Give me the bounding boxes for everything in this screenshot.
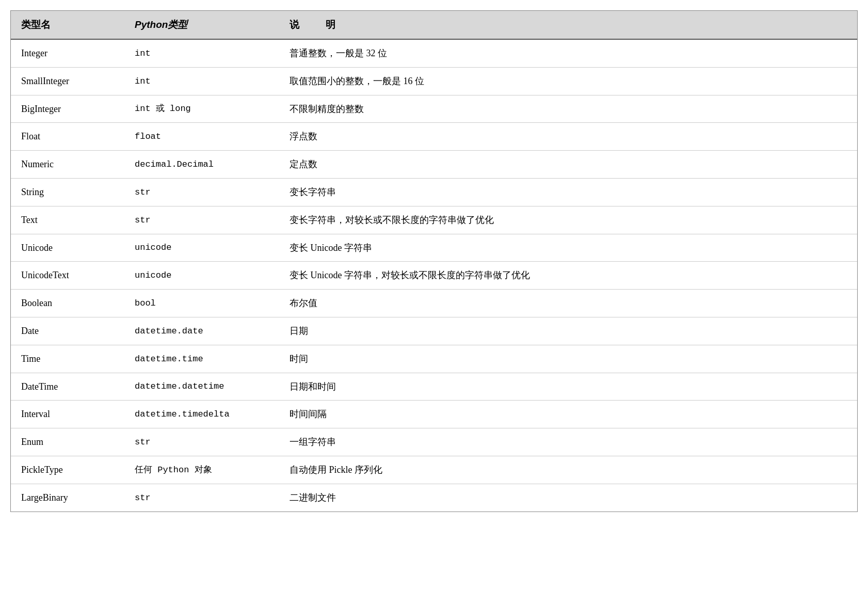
cell-description: 不限制精度的整数 <box>279 95 857 123</box>
cell-description: 取值范围小的整数，一般是 16 位 <box>279 67 857 95</box>
cell-type-name: Numeric <box>11 151 124 179</box>
cell-python-type: unicode <box>124 262 279 290</box>
table-row: SmallIntegerint取值范围小的整数，一般是 16 位 <box>11 67 857 95</box>
header-python-type: Python类型 <box>124 11 279 39</box>
cell-type-name: Integer <box>11 39 124 67</box>
data-types-table: 类型名 Python类型 说 明 Integerint普通整数，一般是 32 位… <box>10 10 858 512</box>
cell-type-name: Unicode <box>11 234 124 262</box>
header-description: 说 明 <box>279 11 857 39</box>
cell-description: 浮点数 <box>279 123 857 151</box>
cell-type-name: BigInteger <box>11 95 124 123</box>
cell-type-name: UnicodeText <box>11 262 124 290</box>
table-row: Datedatetime.date日期 <box>11 317 857 345</box>
cell-python-type: int 或 long <box>124 95 279 123</box>
cell-type-name: Boolean <box>11 290 124 317</box>
cell-python-type: int <box>124 67 279 95</box>
header-type-name: 类型名 <box>11 11 124 39</box>
cell-type-name: PickleType <box>11 456 124 484</box>
cell-python-type: int <box>124 39 279 67</box>
cell-description: 一组字符串 <box>279 428 857 456</box>
table-row: Timedatetime.time时间 <box>11 345 857 373</box>
table-row: Stringstr变长字符串 <box>11 178 857 206</box>
cell-python-type: datetime.timedelta <box>124 401 279 428</box>
table-body: Integerint普通整数，一般是 32 位SmallIntegerint取值… <box>11 39 857 512</box>
table-row: Textstr变长字符串，对较长或不限长度的字符串做了优化 <box>11 206 857 234</box>
cell-python-type: bool <box>124 290 279 317</box>
table-row: BigIntegerint 或 long不限制精度的整数 <box>11 95 857 123</box>
cell-description: 变长 Unicode 字符串 <box>279 234 857 262</box>
cell-description: 时间间隔 <box>279 401 857 428</box>
table-row: Booleanbool布尔值 <box>11 290 857 317</box>
cell-type-name: SmallInteger <box>11 67 124 95</box>
cell-description: 时间 <box>279 345 857 373</box>
cell-type-name: Enum <box>11 428 124 456</box>
cell-type-name: Time <box>11 345 124 373</box>
cell-python-type: str <box>124 484 279 511</box>
cell-description: 布尔值 <box>279 290 857 317</box>
cell-description: 变长字符串，对较长或不限长度的字符串做了优化 <box>279 206 857 234</box>
cell-python-type: datetime.datetime <box>124 373 279 401</box>
cell-python-type: str <box>124 206 279 234</box>
cell-description: 日期和时间 <box>279 373 857 401</box>
cell-python-type: unicode <box>124 234 279 262</box>
table-row: Integerint普通整数，一般是 32 位 <box>11 39 857 67</box>
table-row: Unicodeunicode变长 Unicode 字符串 <box>11 234 857 262</box>
table-row: LargeBinarystr二进制文件 <box>11 484 857 511</box>
table-row: Enumstr一组字符串 <box>11 428 857 456</box>
cell-description: 变长 Unicode 字符串，对较长或不限长度的字符串做了优化 <box>279 262 857 290</box>
cell-type-name: Float <box>11 123 124 151</box>
table-row: Floatfloat浮点数 <box>11 123 857 151</box>
cell-type-name: Interval <box>11 401 124 428</box>
table-row: PickleType任何 Python 对象自动使用 Pickle 序列化 <box>11 456 857 484</box>
cell-description: 二进制文件 <box>279 484 857 511</box>
cell-description: 定点数 <box>279 151 857 179</box>
cell-type-name: DateTime <box>11 373 124 401</box>
cell-description: 日期 <box>279 317 857 345</box>
cell-python-type: 任何 Python 对象 <box>124 456 279 484</box>
cell-python-type: str <box>124 178 279 206</box>
cell-python-type: float <box>124 123 279 151</box>
table-row: Numericdecimal.Decimal定点数 <box>11 151 857 179</box>
cell-python-type: decimal.Decimal <box>124 151 279 179</box>
cell-type-name: Text <box>11 206 124 234</box>
cell-python-type: datetime.date <box>124 317 279 345</box>
table-row: Intervaldatetime.timedelta时间间隔 <box>11 401 857 428</box>
cell-python-type: str <box>124 428 279 456</box>
table-row: DateTimedatetime.datetime日期和时间 <box>11 373 857 401</box>
cell-description: 变长字符串 <box>279 178 857 206</box>
cell-type-name: Date <box>11 317 124 345</box>
cell-type-name: String <box>11 178 124 206</box>
cell-python-type: datetime.time <box>124 345 279 373</box>
cell-description: 自动使用 Pickle 序列化 <box>279 456 857 484</box>
cell-description: 普通整数，一般是 32 位 <box>279 39 857 67</box>
table-row: UnicodeTextunicode变长 Unicode 字符串，对较长或不限长… <box>11 262 857 290</box>
cell-type-name: LargeBinary <box>11 484 124 511</box>
table-header-row: 类型名 Python类型 说 明 <box>11 11 857 39</box>
